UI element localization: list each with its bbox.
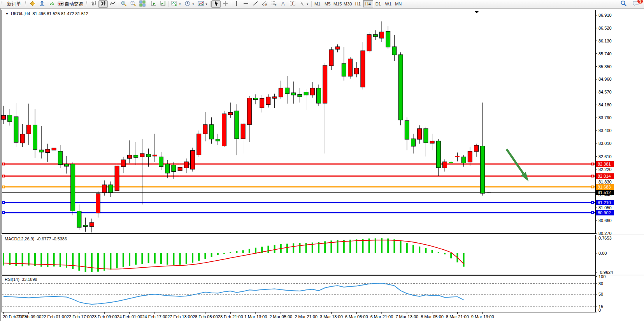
- svg-text:E: E: [265, 4, 267, 7]
- vertical-line-button[interactable]: [232, 0, 241, 8]
- autotrade-label: 自动交易: [65, 1, 83, 7]
- notifications-button[interactable]: 1: [631, 0, 641, 8]
- timeframe-M30[interactable]: M30: [343, 0, 353, 7]
- shapes-button[interactable]: ▼: [297, 0, 311, 8]
- candle-body: [323, 65, 327, 103]
- candlestick-button[interactable]: [98, 0, 108, 8]
- horizontal-line-button[interactable]: [241, 0, 251, 8]
- toolbar-drag-handle[interactable]: [1, 1, 3, 7]
- bar-chart-icon: [91, 0, 97, 8]
- cursor-icon: [213, 0, 219, 8]
- toolbar-drag-handle[interactable]: [86, 1, 88, 7]
- price-tick-label: 84.570: [598, 90, 612, 94]
- price-tag-81.683: 81.683: [596, 184, 614, 190]
- new-order-button[interactable]: 新订单: [4, 0, 24, 8]
- toolbar-drag-handle[interactable]: [25, 1, 27, 7]
- candle-body: [134, 155, 138, 157]
- time-label: 3 Mar 13:00: [320, 314, 343, 319]
- macd-values: -0.6777 -0.5386: [37, 236, 67, 241]
- candle-body: [159, 157, 163, 167]
- candle-body: [83, 225, 88, 226]
- price-tick-label: 86.130: [598, 39, 612, 43]
- candle-body: [405, 121, 409, 139]
- candle-body: [191, 150, 195, 169]
- candlestick-icon: [100, 0, 106, 8]
- candle-body: [46, 149, 50, 152]
- candle-body: [436, 141, 440, 168]
- auto-scroll-icon: [151, 0, 157, 8]
- search-icon: [620, 0, 627, 8]
- signals-button[interactable]: [47, 0, 56, 8]
- timeframe-W1[interactable]: W1: [383, 0, 393, 7]
- rsi-name: RSI(14): [5, 277, 19, 282]
- timeframe-H4[interactable]: H4: [363, 0, 373, 7]
- zoom-out-button[interactable]: [128, 0, 138, 8]
- fibonacci-button[interactable]: F: [269, 0, 279, 8]
- chart-shift-button[interactable]: [158, 0, 168, 8]
- label-button[interactable]: T: [288, 0, 297, 8]
- candle-body: [398, 55, 403, 120]
- price-tick-label: 83.010: [598, 141, 612, 146]
- candle-body: [228, 113, 233, 115]
- templates-button[interactable]: ▼: [196, 0, 209, 8]
- candle-body: [89, 222, 94, 226]
- candle-body: [26, 125, 31, 134]
- auto-scroll-button[interactable]: [149, 0, 158, 8]
- symbol-period-label: UKOil-,H4: [11, 11, 30, 16]
- price-tag-81.210: 81.210: [596, 200, 614, 205]
- candle-body: [310, 88, 314, 95]
- price-tick-label: 84.960: [598, 77, 612, 81]
- candle-body: [128, 155, 132, 158]
- periods-button[interactable]: ▼: [183, 0, 196, 8]
- tile-windows-icon: [139, 0, 146, 8]
- price-line-anchor-dot: [3, 186, 4, 187]
- reports-button[interactable]: [28, 0, 37, 8]
- line-chart-button[interactable]: [108, 0, 117, 8]
- candle-body: [424, 129, 428, 143]
- timeframe-MN[interactable]: MN: [393, 0, 404, 7]
- text-button[interactable]: A: [279, 0, 288, 8]
- cursor-button[interactable]: [211, 0, 221, 8]
- crosshair-button[interactable]: [221, 0, 230, 8]
- candle-body: [418, 129, 422, 139]
- timeframe-H1[interactable]: H1: [353, 0, 363, 7]
- price-tick-label: 83.790: [598, 115, 612, 120]
- ohlc-values: 81.496 81.525 81.472 81.512: [32, 11, 88, 16]
- trend-arrow-shaft[interactable]: [507, 149, 523, 174]
- svg-text:T: T: [291, 1, 294, 6]
- indicators-button[interactable]: ▼: [170, 0, 183, 8]
- time-label: 6 Mar 05:00: [345, 314, 368, 319]
- timeframe-D1[interactable]: D1: [373, 0, 383, 7]
- timeframe-M1[interactable]: M1: [312, 0, 323, 7]
- price-tick-label: 82.610: [598, 154, 612, 159]
- time-label: 23 Feb 09:00: [92, 314, 117, 319]
- accounts-button[interactable]: [37, 0, 47, 8]
- candle-body: [115, 166, 119, 190]
- tile-windows-button[interactable]: [138, 0, 147, 8]
- candle-body: [165, 164, 170, 173]
- svg-text:A: A: [281, 1, 285, 7]
- bar-chart-button[interactable]: [89, 0, 98, 8]
- zoom-in-button[interactable]: [119, 0, 128, 8]
- candle-body: [209, 125, 214, 139]
- chart-canvas[interactable]: 86.91086.52086.13085.74085.35084.96084.5…: [1, 9, 644, 321]
- toolbar-separator: [168, 1, 169, 7]
- candle-body: [266, 97, 270, 104]
- reports-icon: [30, 0, 36, 8]
- price-tick-label: 86.520: [598, 26, 612, 30]
- chart-collapse-icon[interactable]: ▼: [5, 12, 9, 16]
- candle-body: [361, 51, 365, 87]
- scroll-position-icon: [474, 11, 479, 13]
- signals-icon: [48, 0, 54, 8]
- trendline-button[interactable]: [251, 0, 260, 8]
- timeframe-M15[interactable]: M15: [333, 0, 343, 7]
- chevron-down-icon: ▼: [179, 3, 181, 5]
- price-tag-82.381: 82.381: [596, 161, 614, 167]
- price-line-anchor-dot: [592, 163, 593, 164]
- chart-window[interactable]: 86.91086.52086.13085.74085.35084.96084.5…: [0, 8, 644, 321]
- price-line-anchor-dot: [3, 202, 4, 203]
- channel-button[interactable]: E: [260, 0, 269, 8]
- autotrade-button[interactable]: 自动交易: [56, 0, 85, 8]
- timeframe-M5[interactable]: M5: [323, 0, 333, 7]
- search-button[interactable]: [619, 0, 628, 8]
